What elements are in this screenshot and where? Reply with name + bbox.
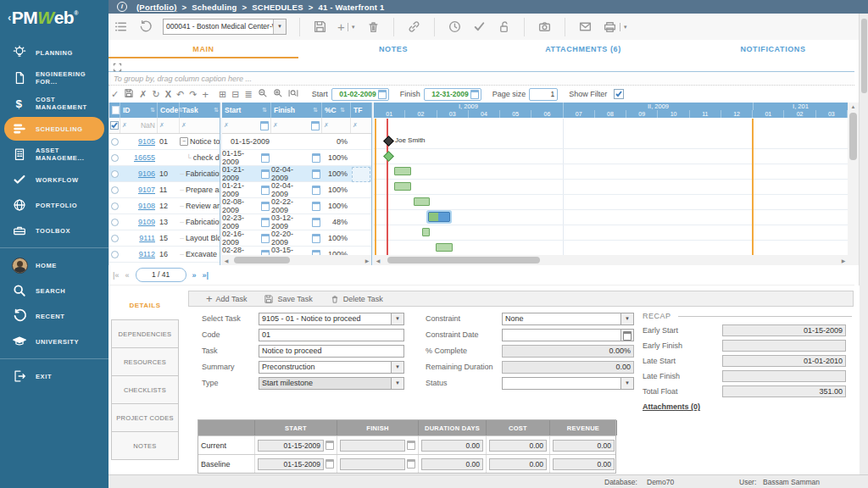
calendar-icon[interactable]	[261, 153, 270, 163]
tab-main[interactable]: MAIN	[108, 40, 298, 58]
list-icon[interactable]	[114, 19, 128, 34]
table-row[interactable]: 01-15-2009 100%	[222, 150, 371, 166]
gantt-bar[interactable]	[422, 228, 430, 236]
sidebar-item-portfolio[interactable]: PORTFOLIO	[0, 192, 108, 218]
scroll-thumb[interactable]	[849, 113, 857, 160]
chevron-down-icon[interactable]: ▼	[621, 313, 634, 325]
collapse-icon[interactable]: −	[180, 137, 188, 146]
sort-icon[interactable]: ⇅	[214, 107, 219, 114]
calendar-icon[interactable]	[470, 90, 479, 99]
task-id-link[interactable]: 9105	[138, 137, 155, 146]
breadcrumb-schedules[interactable]: SCHEDULES	[252, 3, 303, 12]
table-row[interactable]: 9108 12 ─Review and A	[109, 198, 220, 214]
calendar-icon[interactable]	[407, 459, 415, 469]
column-header-code[interactable]: Code⇅	[158, 103, 180, 118]
task-id-link[interactable]: 9107	[138, 186, 155, 194]
sidebar-item-cost-management[interactable]: $ COST MANAGEMENT	[0, 91, 108, 116]
add-task-button[interactable]: +Add Task	[206, 294, 247, 304]
calendar-icon[interactable]	[326, 441, 334, 450]
calendar-icon[interactable]	[378, 90, 387, 99]
fullscreen-icon[interactable]	[113, 60, 122, 69]
sort-icon[interactable]: ⇅	[262, 107, 267, 114]
camera-icon[interactable]	[537, 19, 552, 34]
page-size-input[interactable]: 1	[529, 88, 558, 101]
row-radio[interactable]	[111, 154, 119, 162]
scroll-thumb[interactable]	[861, 19, 867, 93]
calendar-icon[interactable]	[312, 169, 320, 179]
scroll-thumb[interactable]	[234, 257, 290, 263]
save-grid-icon[interactable]	[124, 88, 134, 100]
constraint-date-input[interactable]	[502, 329, 634, 341]
next-page-button[interactable]: »	[192, 271, 197, 280]
row-radio[interactable]	[111, 186, 119, 194]
undo-icon[interactable]: ↶	[176, 90, 184, 99]
sidebar-item-scheduling[interactable]: SCHEDULING	[4, 117, 104, 141]
calendar-icon[interactable]	[261, 169, 270, 179]
task-id-link[interactable]: 9108	[138, 202, 155, 210]
tab-checklists[interactable]: CHECKLISTS	[111, 375, 179, 404]
task-input[interactable]: Notice to proceed	[259, 345, 404, 358]
gantt-bar[interactable]	[436, 243, 453, 252]
gantt-bar-selected[interactable]	[428, 212, 450, 222]
history-icon[interactable]	[138, 19, 153, 34]
calendar-icon[interactable]	[407, 441, 415, 450]
tab-notes[interactable]: NOTES	[111, 431, 179, 460]
filter-finish[interactable]: ✗	[271, 118, 322, 133]
column-header-id[interactable]: ID⇅	[120, 103, 158, 118]
group-by-bar[interactable]: To group by, drag column caption here ..…	[108, 72, 854, 86]
constraint-dropdown[interactable]: None▼	[502, 313, 634, 325]
collapse-all-icon[interactable]: ⊟	[231, 90, 239, 99]
tab-dependencies[interactable]: DEPENDENCIES	[111, 319, 179, 348]
scroll-up-icon[interactable]: ▲	[848, 103, 859, 109]
tab-attachments[interactable]: ATTACHMENTS (6)	[488, 40, 678, 58]
filter-start[interactable]: ✗	[222, 118, 271, 133]
sort-icon[interactable]: ⇅	[150, 107, 155, 114]
confirm-icon[interactable]: ✓	[111, 90, 119, 99]
filter-code[interactable]: ✗	[158, 118, 180, 133]
calendar-icon[interactable]	[261, 202, 270, 211]
table-row[interactable]: 01-21-2009 02-04-2009 100%	[222, 182, 371, 198]
table-row[interactable]: 9107 11 ─Prepare and	[109, 182, 220, 198]
table-row[interactable]: 9112 16 ─Excavate Bldg	[109, 247, 220, 263]
last-page-button[interactable]: »|	[203, 271, 209, 280]
calendar-icon[interactable]	[312, 186, 320, 195]
attachments-link[interactable]: Attachments (0)	[643, 402, 700, 411]
gantt-bar[interactable]	[394, 182, 411, 191]
chevron-down-icon[interactable]: ▼	[351, 25, 356, 30]
calendar-icon[interactable]	[312, 202, 320, 211]
task-id-link[interactable]: 9112	[139, 250, 155, 258]
calendar-icon[interactable]	[261, 218, 270, 227]
row-radio[interactable]	[111, 170, 119, 178]
table-row[interactable]: 16655 └check do	[109, 150, 220, 166]
table-row-selected[interactable]: 01-21-2009 02-04-2009 100%	[222, 166, 371, 182]
calendar-icon[interactable]	[312, 234, 320, 243]
column-header-start[interactable]: Start⇅	[222, 103, 271, 118]
page-number-input[interactable]: 1 / 41	[136, 268, 186, 282]
zoom-in-icon[interactable]	[273, 88, 283, 100]
schedule-start-input[interactable]: 01-02-2009	[331, 88, 389, 101]
calendar-icon[interactable]	[261, 234, 270, 243]
type-dropdown[interactable]: Start milestone▼	[259, 377, 404, 390]
table-row[interactable]: 02-23-2009 03-12-2009 48%	[222, 214, 371, 230]
task-id-link[interactable]: 16655	[134, 153, 155, 162]
cancel-icon[interactable]: ✗	[139, 90, 147, 99]
sidebar-item-exit[interactable]: EXIT	[0, 363, 108, 389]
calendar-icon[interactable]	[261, 186, 270, 195]
breadcrumb-portfolio[interactable]: (Portfolio)	[136, 3, 177, 12]
row-radio[interactable]	[111, 202, 119, 210]
schedule-finish-input[interactable]: 12-31-2009	[424, 88, 481, 101]
scroll-left-icon[interactable]: ◀	[374, 258, 382, 263]
gantt-bar[interactable]	[394, 167, 411, 175]
select-all-checkbox[interactable]	[109, 103, 120, 118]
check-icon[interactable]	[472, 19, 487, 34]
sidebar-item-search[interactable]: SEARCH	[0, 278, 108, 303]
calendar-icon[interactable]	[621, 329, 634, 341]
sidebar-item-planning[interactable]: PLANNING	[0, 40, 108, 65]
delete-icon[interactable]	[366, 19, 381, 34]
column-header-finish[interactable]: Finish⇅	[271, 103, 322, 118]
chevron-down-icon[interactable]: ▼	[273, 19, 286, 34]
save-task-button[interactable]: Save Task	[264, 294, 312, 304]
task-id-link[interactable]: 9109	[138, 218, 155, 226]
chevron-down-icon[interactable]: ▼	[621, 377, 634, 390]
filter-select-checkbox[interactable]	[109, 118, 120, 133]
